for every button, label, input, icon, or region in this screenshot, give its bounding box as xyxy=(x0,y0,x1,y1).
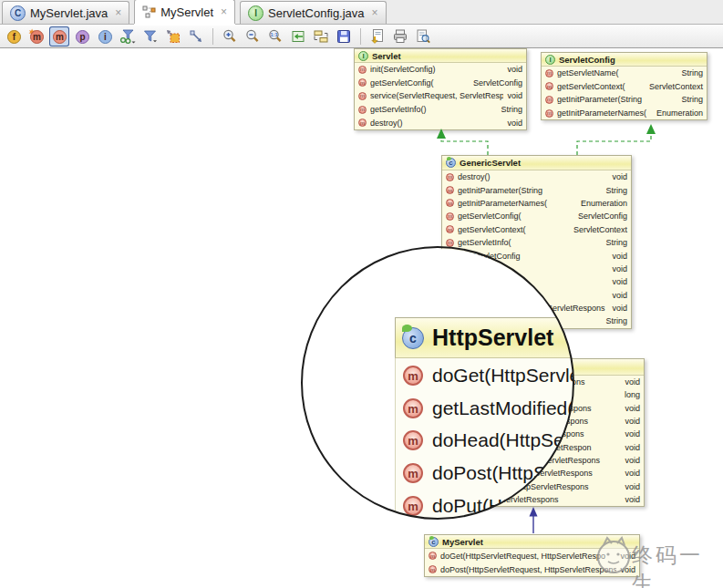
close-icon[interactable]: × xyxy=(372,6,378,19)
method-row[interactable]: mdestroy()void xyxy=(442,170,631,183)
show-methods-button[interactable]: m xyxy=(49,26,69,46)
class-icon: c xyxy=(446,158,456,168)
method-row[interactable]: mgetInitParameter(StringString xyxy=(442,183,631,196)
save-diagram-button[interactable] xyxy=(334,26,354,46)
class-header[interactable]: IServlet xyxy=(355,49,526,63)
zoom-1-1-icon: 1:1 xyxy=(267,28,284,45)
class-box-servletconfig[interactable]: IServletConfigmgetServletName(Stringmget… xyxy=(541,52,708,120)
svg-text:m: m xyxy=(56,32,64,42)
class-name: ServletConfig xyxy=(559,55,615,65)
show-fields-button[interactable]: f xyxy=(4,26,24,46)
layout-icon xyxy=(313,28,329,45)
show-inner-classes-button[interactable]: i xyxy=(95,26,115,46)
method-icon: m xyxy=(545,96,553,104)
method-signature: getInitParameterNames( xyxy=(458,199,577,208)
magnify-selection-button[interactable] xyxy=(163,26,183,46)
method-icon: m xyxy=(446,199,454,207)
method-row[interactable]: minit(ServletConfig)void xyxy=(355,63,526,77)
print-diagram-button[interactable] xyxy=(390,26,410,46)
zoom-out-icon xyxy=(244,28,261,45)
class-name: Servlet xyxy=(372,51,401,61)
watermark-text: 终码一生 xyxy=(632,542,723,588)
lens-method-row: mgetLastModified(Http xyxy=(403,395,573,422)
edit-filters-button[interactable] xyxy=(118,26,138,46)
method-icon: m xyxy=(446,186,454,194)
method-icon: m xyxy=(403,496,423,516)
method-signature: service(ServletRequest, ServletRespons xyxy=(370,91,503,100)
method-icon: m xyxy=(403,398,423,418)
svg-text:m: m xyxy=(33,32,41,42)
toolbar-separator xyxy=(212,28,213,45)
class-box-servlet[interactable]: IServletminit(ServletConfig)voidmgetServ… xyxy=(354,48,527,130)
diagram-icon xyxy=(142,5,156,19)
method-icon: m xyxy=(446,173,454,181)
visibility-filter-button[interactable] xyxy=(140,26,160,46)
method-icon: m xyxy=(545,82,553,90)
method-row[interactable]: mgetServletContext(ServletContext xyxy=(542,80,707,94)
actual-size-button[interactable]: 1:1 xyxy=(265,26,285,46)
method-return-type: void xyxy=(507,65,522,74)
method-row[interactable]: mgetServletInfo(String xyxy=(442,236,631,249)
method-return-type: String xyxy=(605,316,627,325)
method-icon: m xyxy=(403,463,423,483)
show-constructors-button[interactable]: m xyxy=(26,26,46,46)
export-diagram-button[interactable] xyxy=(367,26,387,46)
realization-edge-genericservlet-servletconfig[interactable] xyxy=(577,134,651,155)
fit-content-button[interactable] xyxy=(288,26,308,46)
method-return-type: void xyxy=(625,443,640,452)
print-icon xyxy=(392,28,408,45)
realization-arrowhead-servletconfig xyxy=(646,124,656,134)
method-row[interactable]: mservice(ServletRequest, ServletResponsv… xyxy=(355,89,526,103)
tab-myservlet-diagram[interactable]: MyServlet × xyxy=(134,0,235,24)
editor-tab-bar: C MyServlet.java × MyServlet × I Servlet… xyxy=(0,0,723,25)
zoom-in-icon xyxy=(222,28,238,45)
method-icon: m xyxy=(358,78,367,87)
method-icon: m xyxy=(429,565,437,573)
close-icon[interactable]: × xyxy=(221,5,227,18)
tab-label: MyServlet.java xyxy=(30,6,108,20)
zoom-in-button[interactable] xyxy=(220,26,240,46)
close-icon[interactable]: × xyxy=(115,6,121,19)
method-return-type: ServletConfig xyxy=(578,211,627,221)
method-row[interactable]: mgetServletConfig(ServletConfig xyxy=(355,77,526,90)
tab-servletconfig-java[interactable]: I ServletConfig.java × xyxy=(240,1,387,24)
method-icon: m xyxy=(358,119,367,127)
method-return-type: void xyxy=(612,172,627,181)
class-icon: C xyxy=(10,5,26,21)
method-row[interactable]: mgetServletInfo()String xyxy=(355,103,526,117)
method-signature: getServletContext( xyxy=(458,225,570,234)
method-return-type: void xyxy=(612,304,627,313)
fit-icon xyxy=(290,28,306,45)
class-header[interactable]: IServletConfig xyxy=(542,53,707,67)
tab-myservlet-java[interactable]: C MyServlet.java × xyxy=(2,1,129,24)
preview-diagram-button[interactable] xyxy=(413,26,433,46)
method-return-type: void xyxy=(625,417,640,426)
magnifier-lens: c HttpServlet mdoGet(HttpServletRequ mge… xyxy=(304,249,573,519)
show-properties-icon: p xyxy=(73,27,91,46)
save-icon xyxy=(336,28,352,45)
method-return-type: void xyxy=(625,482,640,491)
method-return-type: void xyxy=(625,429,640,438)
method-row[interactable]: mdestroy()void xyxy=(355,116,526,129)
funnel-icon xyxy=(142,28,159,45)
method-row[interactable]: mgetServletContext(ServletContext xyxy=(442,223,631,236)
method-signature: destroy() xyxy=(370,119,503,128)
realization-edge-genericservlet-servlet[interactable] xyxy=(441,139,488,155)
svg-text:p: p xyxy=(79,32,85,42)
method-row[interactable]: mgetInitParameterNames(Enumeration xyxy=(542,107,707,120)
method-row[interactable]: mgetServletConfig(ServletConfig xyxy=(442,210,631,222)
generalization-arrowhead-httpservlet xyxy=(530,507,538,517)
method-row[interactable]: mgetInitParameterNames(Enumeration xyxy=(442,197,631,210)
zoom-out-button[interactable] xyxy=(243,26,263,46)
scale-diagram-button[interactable] xyxy=(186,26,206,46)
show-properties-button[interactable]: p xyxy=(72,26,92,46)
preview-icon xyxy=(415,28,431,45)
apply-current-layout-button[interactable] xyxy=(311,26,331,46)
method-signature: doPost(HttpServletRequest, HttpServletRe… xyxy=(440,565,616,574)
method-icon: m xyxy=(358,106,367,114)
method-row[interactable]: mgetInitParameter(StringString xyxy=(542,93,707,107)
method-return-type: void xyxy=(612,252,627,261)
class-header[interactable]: cGenericServlet xyxy=(442,156,631,170)
method-row[interactable]: mgetServletName(String xyxy=(542,67,707,80)
lens-method-row: mdoHead(HttpServletR xyxy=(403,427,573,454)
